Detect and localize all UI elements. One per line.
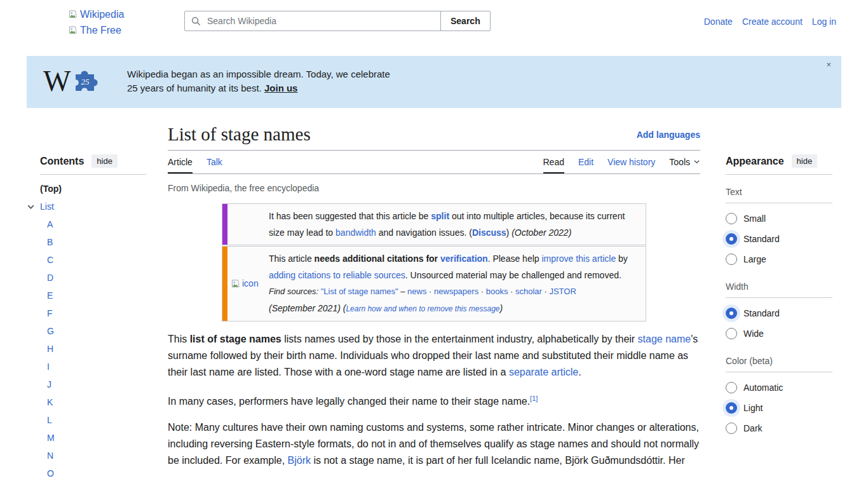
inline-link[interactable]: verification xyxy=(440,254,488,264)
inline-link[interactable]: stage name xyxy=(638,334,691,344)
appearance-section-text: Text Small Standard Large xyxy=(726,183,832,269)
inline-link[interactable]: bandwidth xyxy=(336,227,376,238)
inline-link[interactable]: news xyxy=(407,287,426,296)
toc-item[interactable]: N xyxy=(40,447,146,464)
tab-edit[interactable]: Edit xyxy=(578,151,593,173)
broken-image-icon xyxy=(69,10,78,19)
logo-wordmark[interactable]: Wikipedia xyxy=(69,6,148,22)
title-row: List of stage names Add languages xyxy=(168,121,700,151)
banner-line-1: Wikipedia began as an impossible dream. … xyxy=(127,67,390,81)
citations-notice-accent xyxy=(222,247,227,321)
banner-close-button[interactable]: × xyxy=(826,60,831,69)
toc-item[interactable]: A xyxy=(40,215,146,233)
radio-option[interactable]: Small xyxy=(726,208,832,229)
radio-option[interactable]: Dark xyxy=(726,418,832,438)
radio-button[interactable] xyxy=(726,328,737,339)
toc-header: Contents hide xyxy=(40,154,146,175)
toc-hide-button[interactable]: hide xyxy=(92,154,118,168)
tab-article[interactable]: Article xyxy=(168,151,193,173)
login-link[interactable]: Log in xyxy=(812,17,836,27)
toc-item[interactable]: J xyxy=(40,376,146,393)
radio-button[interactable] xyxy=(726,423,737,434)
site-logo[interactable]: Wikipedia The Free xyxy=(69,6,148,36)
radio-option[interactable]: Large xyxy=(726,249,832,269)
color-options: Automatic Light Dark xyxy=(726,377,832,438)
toc-item[interactable]: M xyxy=(40,429,146,447)
tab-tools[interactable]: Tools xyxy=(669,151,700,173)
radio-button[interactable] xyxy=(726,402,737,414)
radio-option[interactable]: Standard xyxy=(726,229,832,249)
inline-text: In many cases, performers have legally c… xyxy=(168,396,530,407)
radio-option[interactable]: Wide xyxy=(726,323,832,344)
chevron-down-icon xyxy=(693,158,700,165)
inline-link[interactable]: Björk xyxy=(288,455,311,466)
inline-link[interactable]: Discuss xyxy=(472,227,506,238)
chevron-down-icon[interactable] xyxy=(27,203,35,211)
radio-button[interactable] xyxy=(726,382,737,393)
wikipedia-25-logo: W 25 xyxy=(43,67,99,96)
inline-link[interactable]: "List of stage names" xyxy=(321,287,398,296)
donate-link[interactable]: Donate xyxy=(704,17,733,27)
search-input[interactable] xyxy=(206,15,440,27)
inline-link[interactable]: separate article xyxy=(509,367,578,377)
banner-line-2: 25 years of humanity at its best. Join u… xyxy=(127,81,390,95)
toc-item[interactable]: G xyxy=(40,322,146,340)
radio-option[interactable]: Automatic xyxy=(726,377,832,398)
toc-item[interactable]: H xyxy=(40,340,146,358)
radio-button[interactable] xyxy=(726,308,737,319)
tab-talk[interactable]: Talk xyxy=(207,151,222,173)
radio-option[interactable]: Light xyxy=(726,398,832,418)
inline-text: · xyxy=(542,287,550,296)
inline-link[interactable]: improve this article xyxy=(541,254,616,264)
toc-item[interactable]: P xyxy=(40,482,146,488)
toc-item[interactable]: F xyxy=(40,304,146,322)
split-notice: It has been suggested that this article … xyxy=(222,203,646,245)
find-sources-line: Find sources: "List of stage names" – ne… xyxy=(269,283,635,300)
toc-item-label: C xyxy=(47,255,53,265)
radio-button[interactable] xyxy=(726,233,737,245)
toc-item[interactable]: O xyxy=(40,464,146,482)
toc-item[interactable]: List xyxy=(40,198,146,215)
radio-label: Light xyxy=(743,403,763,413)
toc-item[interactable]: L xyxy=(40,411,146,429)
view-tabs: Read Edit View history Tools xyxy=(529,151,701,173)
toc-item[interactable]: E xyxy=(40,287,146,304)
inline-link[interactable]: newspapers xyxy=(434,287,478,296)
appearance-panel: Appearance hide Text Small Standard xyxy=(726,154,832,438)
toc-item[interactable]: K xyxy=(40,393,146,411)
toc-item[interactable]: I xyxy=(40,358,146,376)
add-languages-button[interactable]: Add languages xyxy=(637,130,700,140)
inline-link[interactable]: Learn how and when to remove this messag… xyxy=(346,304,499,313)
toc-item-label: H xyxy=(47,344,53,354)
inline-text: This article xyxy=(269,254,315,264)
radio-button[interactable] xyxy=(726,254,737,265)
search-button[interactable]: Search xyxy=(440,11,491,31)
inline-text: Find sources: xyxy=(269,287,318,296)
toc-item[interactable]: C xyxy=(40,251,146,269)
inline-link[interactable]: [1] xyxy=(530,395,538,402)
toc-item[interactable]: D xyxy=(40,269,146,287)
appearance-hide-button[interactable]: hide xyxy=(792,154,818,168)
radio-button[interactable] xyxy=(726,213,737,224)
citations-notice-text: This article needs additional citations … xyxy=(269,250,635,283)
inline-link[interactable]: scholar xyxy=(515,287,542,296)
toc-item-label: List xyxy=(40,201,54,212)
broken-image-icon xyxy=(231,279,241,288)
tab-view-history[interactable]: View history xyxy=(607,151,655,173)
tab-read[interactable]: Read xyxy=(543,151,564,173)
article-content: List of stage names Add languages Articl… xyxy=(168,121,700,469)
radio-option[interactable]: Standard xyxy=(726,303,832,323)
join-us-link[interactable]: Join us xyxy=(264,83,298,93)
inline-link[interactable]: split xyxy=(431,211,449,221)
notice-date-line: (September 2021) (Learn how and when to … xyxy=(269,300,635,317)
toc-item[interactable]: B xyxy=(40,233,146,251)
logo-tagline[interactable]: The Free xyxy=(69,22,148,36)
inline-text: (October 2022) xyxy=(512,227,571,238)
toc-item[interactable]: (Top) xyxy=(40,180,146,198)
inline-link[interactable]: adding citations to reliable sources xyxy=(269,270,405,280)
inline-link[interactable]: JSTOR xyxy=(549,287,576,296)
inline-link[interactable]: books xyxy=(486,287,508,296)
create-account-link[interactable]: Create account xyxy=(742,17,803,27)
logo-alt-text: Wikipedia xyxy=(80,9,124,20)
toc-item-label: E xyxy=(47,290,53,301)
